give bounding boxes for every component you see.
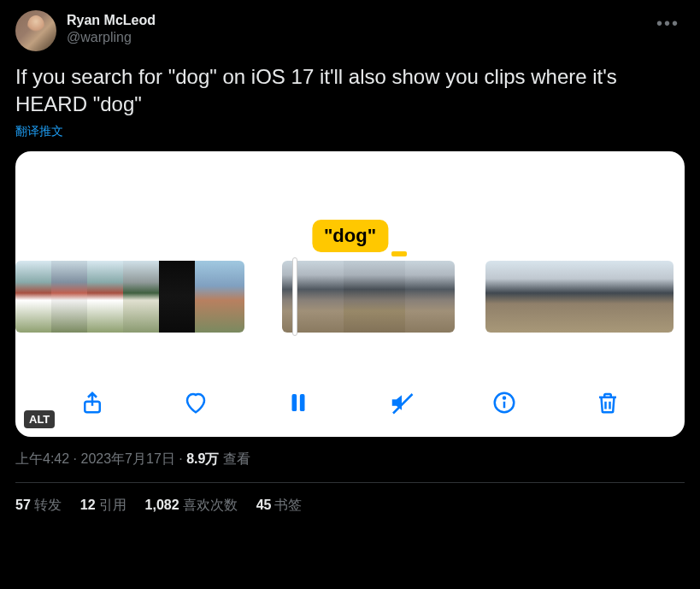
video-thumbnail xyxy=(282,261,344,333)
svg-rect-1 xyxy=(292,394,297,411)
video-thumbnail xyxy=(123,261,159,333)
clip-gap xyxy=(455,261,485,333)
alt-badge[interactable]: ALT xyxy=(24,410,55,428)
pause-icon xyxy=(285,390,311,415)
translate-link[interactable]: 翻译推文 xyxy=(15,124,685,139)
clip-gap xyxy=(244,261,282,333)
tweet-time[interactable]: 上午4:42 xyxy=(15,451,69,466)
bookmarks-stat[interactable]: 45书签 xyxy=(256,497,303,515)
more-menu-button[interactable]: ••• xyxy=(656,14,679,33)
video-thumbnail xyxy=(636,261,674,333)
tweet-container: Ryan McLeod @warpling ••• If you search … xyxy=(0,0,700,525)
author-names[interactable]: Ryan McLeod @warpling xyxy=(67,12,156,46)
info-button[interactable] xyxy=(485,384,523,421)
video-thumbnail xyxy=(87,261,123,333)
video-thumbnail xyxy=(195,261,244,333)
video-thumbnail xyxy=(344,261,405,333)
share-button[interactable] xyxy=(74,384,111,421)
video-thumbnail xyxy=(561,261,598,333)
heart-icon xyxy=(183,390,209,415)
tweet-text: If you search for "dog" on iOS 17 it'll … xyxy=(15,63,685,119)
share-icon xyxy=(79,390,105,415)
mute-button[interactable] xyxy=(383,384,421,421)
view-label: 查看 xyxy=(219,451,250,466)
divider xyxy=(15,482,685,483)
clip-group-2[interactable] xyxy=(282,261,455,333)
tweet-header: Ryan McLeod @warpling ••• xyxy=(15,10,685,51)
video-thumbnail xyxy=(405,261,455,333)
search-term-tooltip: "dog" xyxy=(312,220,388,252)
speaker-muted-icon xyxy=(389,390,415,415)
video-thumbnail xyxy=(523,261,561,333)
tweet-meta: 上午4:42 · 2023年7月17日 · 8.9万 查看 xyxy=(15,451,685,468)
like-button[interactable] xyxy=(177,384,215,421)
pause-button[interactable] xyxy=(279,384,317,421)
svg-point-6 xyxy=(503,397,505,398)
video-thumbnail xyxy=(159,261,195,333)
retweets-stat[interactable]: 57转发 xyxy=(15,497,62,515)
svg-rect-2 xyxy=(300,394,305,411)
video-thumbnail xyxy=(51,261,87,333)
avatar[interactable] xyxy=(15,10,56,51)
video-thumbnail xyxy=(485,261,523,333)
tweet-date[interactable]: 2023年7月17日 xyxy=(80,451,174,466)
video-thumbnail xyxy=(15,261,51,333)
clip-group-3[interactable] xyxy=(485,261,674,333)
video-thumbnail xyxy=(598,261,636,333)
playhead[interactable] xyxy=(292,257,297,336)
info-icon xyxy=(491,390,517,415)
media-toolbar xyxy=(15,384,685,421)
display-name: Ryan McLeod xyxy=(67,12,156,29)
media-card[interactable]: "dog" xyxy=(15,151,685,437)
quotes-stat[interactable]: 12引用 xyxy=(80,497,126,515)
trash-icon xyxy=(595,390,621,415)
likes-stat[interactable]: 1,082喜欢次数 xyxy=(145,497,238,515)
tweet-stats: 57转发 12引用 1,082喜欢次数 45书签 xyxy=(15,497,685,515)
view-count: 8.9万 xyxy=(186,451,219,466)
clip-group-1[interactable] xyxy=(15,261,244,333)
audio-match-marker xyxy=(391,251,407,256)
user-handle: @warpling xyxy=(67,29,156,46)
filmstrip[interactable] xyxy=(15,261,685,333)
delete-button[interactable] xyxy=(589,384,626,421)
